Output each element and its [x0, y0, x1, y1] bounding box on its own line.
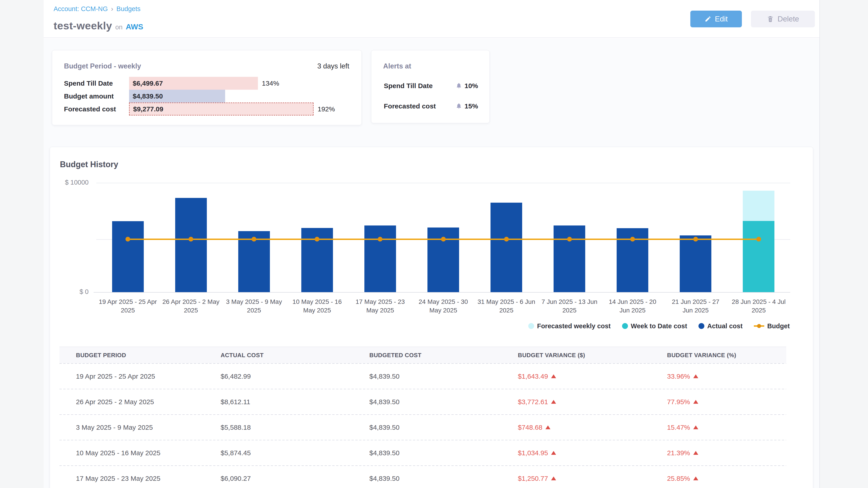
cell-budget-period: 10 May 2025 - 16 May 2025	[59, 449, 221, 457]
cell-budget-period: 26 Apr 2025 - 2 May 2025	[59, 398, 221, 406]
variance-up-triangle-icon	[551, 477, 556, 480]
days-left-label: 3 days left	[317, 62, 349, 70]
edit-button-label: Edit	[715, 15, 728, 23]
cell-actual-cost: $6,090.27	[221, 475, 369, 482]
x-axis-label: 17 May 2025 - 23 May 2025	[351, 297, 409, 315]
breadcrumb-budgets-link[interactable]: Budgets	[116, 5, 141, 13]
legend-label: Actual cost	[707, 322, 743, 330]
legend-dot	[528, 323, 534, 329]
alert-row: Forecasted cost15%	[384, 102, 478, 110]
legend-line-icon	[754, 325, 764, 327]
actual-cost-bar[interactable]	[364, 225, 396, 292]
variance-up-triangle-icon	[546, 425, 550, 429]
cell-actual-cost: $5,588.18	[221, 424, 369, 431]
budget-history-card: Budget History $ 10000 $ 0 19 Apr 2025 -…	[50, 147, 813, 488]
delete-button[interactable]: Delete	[751, 11, 815, 27]
page-title-row: test-weekly on AWS	[54, 20, 143, 32]
cell-budgeted-cost: $4,839.50	[369, 475, 518, 482]
cell-actual-cost: $8,612.11	[221, 398, 369, 406]
legend-item[interactable]: Actual cost	[699, 322, 743, 330]
cell-budget-variance-pct: 15.47%	[667, 424, 786, 431]
delete-button-label: Delete	[778, 15, 799, 23]
budget-history-chart: 19 Apr 2025 - 25 Apr 202526 Apr 2025 - 2…	[96, 183, 790, 292]
cell-budget-variance-pct: 77.95%	[667, 398, 786, 406]
budget-period-bar-value: $6,499.67	[129, 79, 163, 87]
trash-icon	[767, 15, 774, 23]
breadcrumb: Account: CCM-NG › Budgets	[54, 5, 141, 13]
alert-row-label: Forecasted cost	[384, 102, 436, 110]
budget-period-row-label: Forecasted cost	[64, 105, 129, 113]
cell-budget-variance-usd: $1,643.49	[518, 372, 667, 380]
legend-item[interactable]: Forecasted weekly cost	[528, 322, 611, 330]
cell-budget-period: 3 May 2025 - 9 May 2025	[59, 424, 221, 431]
actual-cost-bar[interactable]	[491, 203, 522, 292]
alert-row-label: Spend Till Date	[384, 82, 433, 90]
variance-up-triangle-icon	[693, 451, 698, 455]
legend-label: Week to Date cost	[631, 322, 687, 330]
table-header-cell: BUDGET VARIANCE (%)	[667, 352, 786, 359]
budget-line-point[interactable]	[693, 237, 698, 241]
cell-budget-period: 17 May 2025 - 23 May 2025	[59, 475, 221, 482]
variance-up-triangle-icon	[551, 451, 556, 455]
actual-cost-bar[interactable]	[554, 225, 585, 292]
budget-period-row-label: Spend Till Date	[64, 79, 129, 87]
variance-up-triangle-icon	[693, 375, 698, 378]
x-axis-label: 24 May 2025 - 30 May 2025	[414, 297, 472, 315]
x-axis-label: 21 Jun 2025 - 27 Jun 2025	[666, 297, 725, 315]
budget-period-row: Budget amount$4,839.50	[64, 90, 355, 103]
alert-threshold: 10%	[456, 82, 478, 90]
cell-actual-cost: $5,874.45	[221, 449, 369, 457]
budget-period-title: Budget Period - weekly	[64, 62, 141, 70]
legend-label: Forecasted weekly cost	[537, 322, 611, 330]
edit-button[interactable]: Edit	[690, 11, 742, 27]
cell-actual-cost: $6,482.99	[221, 372, 369, 380]
cell-budgeted-cost: $4,839.50	[369, 398, 518, 406]
budget-history-title: Budget History	[60, 160, 118, 169]
table-row: 17 May 2025 - 23 May 2025$6,090.27$4,839…	[59, 466, 786, 488]
week-to-date-cost-bar[interactable]	[743, 221, 774, 292]
actual-cost-bar[interactable]	[175, 198, 207, 292]
table-header-row: BUDGET PERIODACTUAL COSTBUDGETED COSTBUD…	[59, 347, 786, 363]
budget-period-rows: Spend Till Date$6,499.67134%Budget amoun…	[64, 77, 355, 116]
x-axis-line	[94, 292, 790, 293]
x-axis-label: 28 Jun 2025 - 4 Jul 2025	[730, 297, 788, 315]
budget-period-row: Forecasted cost$9,277.09192%	[64, 103, 355, 116]
content-panel: Account: CCM-NG › Budgets test-weekly on…	[43, 0, 820, 488]
legend-item[interactable]: Budget	[754, 322, 790, 330]
budget-period-percent: 192%	[318, 105, 335, 113]
alerts-title: Alerts at	[383, 62, 411, 70]
cell-budget-variance-pct: 33.96%	[667, 372, 786, 380]
legend-item[interactable]: Week to Date cost	[622, 322, 687, 330]
budget-line-point[interactable]	[504, 237, 509, 241]
bell-icon	[456, 83, 462, 89]
budget-period-bar-track: $6,499.67134%	[129, 77, 355, 90]
cell-budget-variance-usd: $748.68	[518, 424, 667, 431]
x-axis-label: 31 May 2025 - 6 Jun 2025	[477, 297, 535, 315]
budget-table: BUDGET PERIODACTUAL COSTBUDGETED COSTBUD…	[59, 347, 786, 488]
x-axis-label: 26 Apr 2025 - 2 May 2025	[162, 297, 220, 315]
budget-period-card: Budget Period - weekly 3 days left Spend…	[52, 50, 362, 125]
x-axis-label: 3 May 2025 - 9 May 2025	[225, 297, 283, 315]
forecasted-weekly-cost-bar[interactable]	[743, 191, 774, 221]
y-axis-tick-10000: $ 10000	[50, 179, 89, 186]
cell-budget-variance-usd: $1,250.77	[518, 475, 667, 482]
pencil-icon	[705, 15, 711, 22]
table-body: 19 Apr 2025 - 25 Apr 2025$6,482.99$4,839…	[59, 363, 786, 488]
cell-budget-variance-pct: 21.39%	[667, 449, 786, 457]
actual-cost-bar[interactable]	[112, 221, 144, 292]
gridline-10000	[96, 183, 790, 183]
budget-line-point[interactable]	[630, 237, 635, 241]
actual-cost-bar[interactable]	[680, 235, 711, 292]
budget-line-point[interactable]	[441, 237, 446, 241]
alert-row: Spend Till Date10%	[384, 82, 478, 90]
page-title: test-weekly	[54, 20, 112, 32]
table-row: 10 May 2025 - 16 May 2025$5,874.45$4,839…	[59, 440, 786, 465]
header-buttons: Edit Delete	[690, 11, 815, 27]
bell-icon	[456, 103, 462, 109]
breadcrumb-account-link[interactable]: Account: CCM-NG	[54, 5, 108, 13]
x-axis-label: 14 Jun 2025 - 20 Jun 2025	[603, 297, 662, 315]
breadcrumb-separator-icon: ›	[111, 5, 113, 13]
budget-line-point[interactable]	[567, 237, 572, 241]
page-header: Account: CCM-NG › Budgets test-weekly on…	[43, 0, 819, 38]
budget-period-bar: $6,499.67	[129, 77, 258, 90]
